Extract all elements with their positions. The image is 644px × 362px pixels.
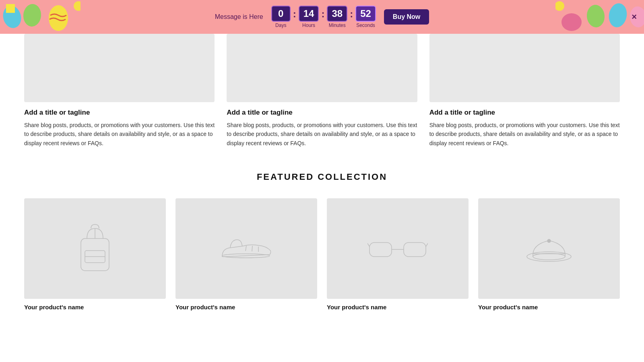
featured-title: FEATURED COLLECTION (24, 172, 620, 182)
blog-desc-3: Share blog posts, products, or promotion… (429, 121, 620, 148)
countdown-hours: 14 Hours (299, 6, 319, 28)
svg-point-25 (547, 239, 551, 243)
main-content: Add a title or tagline Share blog posts,… (0, 34, 644, 327)
svg-rect-17 (369, 243, 392, 257)
days-box: 0 (271, 6, 291, 22)
svg-point-4 (555, 1, 564, 11)
svg-point-6 (586, 4, 606, 28)
left-decoration (0, 0, 80, 34)
days-label: Days (275, 23, 286, 28)
svg-point-1 (23, 3, 42, 27)
announcement-bar: Message is Here 0 Days : 14 Hours : 38 M… (0, 0, 644, 34)
product-name-3: Your product's name (327, 304, 469, 311)
banner-message: Message is Here (215, 13, 263, 21)
right-decoration (555, 0, 644, 34)
blog-title-3: Add a title or tagline (429, 109, 620, 117)
products-grid: Your product's name Your product's name (24, 198, 620, 311)
svg-line-13 (246, 246, 246, 251)
svg-line-14 (252, 246, 252, 251)
svg-point-3 (74, 1, 80, 11)
countdown-minutes: 38 Minutes (327, 6, 347, 28)
blog-card-3: Add a title or tagline Share blog posts,… (429, 34, 620, 148)
blog-image-2 (227, 34, 417, 102)
minutes-label: Minutes (329, 23, 346, 28)
countdown-timer: 0 Days : 14 Hours : 38 Minutes : 52 Seco… (271, 6, 376, 28)
blog-image-3 (429, 34, 620, 102)
close-button[interactable]: × (632, 12, 637, 22)
countdown-days: 0 Days (271, 6, 291, 28)
separator-1: : (293, 8, 296, 20)
product-card-2[interactable]: Your product's name (175, 198, 317, 311)
product-image-1 (24, 198, 166, 299)
svg-point-23 (533, 253, 565, 260)
seconds-label: Seconds (356, 23, 375, 28)
product-image-3 (327, 198, 469, 299)
seconds-box: 52 (355, 6, 376, 22)
hat-icon (523, 226, 575, 271)
product-name-2: Your product's name (175, 304, 317, 311)
countdown-seconds: 52 Seconds (355, 6, 376, 28)
blog-title-2: Add a title or tagline (227, 109, 417, 117)
blog-card-2: Add a title or tagline Share blog posts,… (227, 34, 417, 148)
product-card-4[interactable]: Your product's name (478, 198, 620, 311)
shoe-icon (218, 228, 275, 269)
svg-rect-18 (404, 243, 426, 257)
svg-point-7 (607, 2, 629, 29)
blog-card-1: Add a title or tagline Share blog posts,… (24, 34, 215, 148)
hours-box: 14 (299, 6, 319, 22)
minutes-box: 38 (327, 6, 347, 22)
product-name-1: Your product's name (24, 304, 166, 311)
hours-label: Hours (302, 23, 315, 28)
product-image-4 (478, 198, 620, 299)
blog-grid: Add a title or tagline Share blog posts,… (24, 34, 620, 148)
buy-now-button[interactable]: Buy Now (384, 9, 429, 25)
blog-desc-2: Share blog posts, products, or promotion… (227, 121, 417, 148)
blog-title-1: Add a title or tagline (24, 109, 215, 117)
product-card-1[interactable]: Your product's name (24, 198, 166, 311)
blog-desc-1: Share blog posts, products, or promotion… (24, 121, 215, 148)
svg-point-5 (561, 13, 582, 31)
featured-section: FEATURED COLLECTION Your product's name (24, 172, 620, 311)
product-card-3[interactable]: Your product's name (327, 198, 469, 311)
glasses-icon (367, 234, 428, 263)
backpack-icon (71, 220, 119, 277)
product-name-4: Your product's name (478, 304, 620, 311)
product-image-2 (175, 198, 317, 299)
blog-image-1 (24, 34, 215, 102)
svg-line-20 (367, 243, 369, 247)
svg-line-21 (426, 243, 428, 247)
separator-3: : (350, 8, 353, 20)
right-easter-decoration (555, 0, 644, 34)
separator-2: : (321, 8, 324, 20)
